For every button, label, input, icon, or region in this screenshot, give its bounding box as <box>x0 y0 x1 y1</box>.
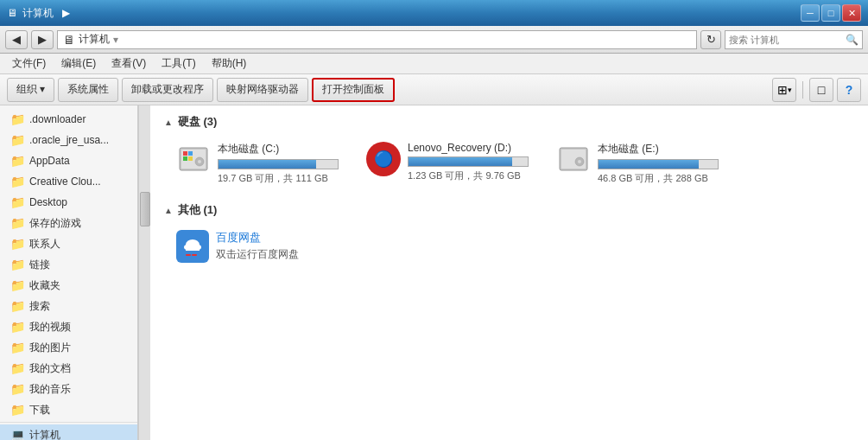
address-bar: ◀ ▶ 🖥 计算机 ▾ ↻ 🔍 <box>0 26 868 54</box>
sidebar-item-desktop[interactable]: 📁 Desktop <box>0 192 137 213</box>
drive-e-size: 46.8 GB 可用，共 288 GB <box>598 172 722 185</box>
drive-d[interactable]: 🔵 Lenovo_Recovery (D:) 1.23 GB 可用，共 9.76… <box>363 138 535 188</box>
sidebar-item-computer[interactable]: 💻 计算机 <box>0 424 137 440</box>
maximize-button[interactable]: □ <box>821 4 840 22</box>
menu-help[interactable]: 帮助(H) <box>205 54 254 73</box>
content-area: ▲ 硬盘 (3) <box>150 105 868 440</box>
view-toggle-icon: ⊞ <box>777 83 788 97</box>
preview-button[interactable]: □ <box>809 78 833 102</box>
sidebar-item-savedgames[interactable]: 📁 保存的游戏 <box>0 213 137 233</box>
view-toggle-button[interactable]: ⊞ ▾ <box>772 78 796 102</box>
sidebar-item-oracle[interactable]: 📁 .oracle_jre_usa... <box>0 130 137 150</box>
folder-icon: 📁 <box>10 299 25 313</box>
svg-rect-18 <box>192 254 197 256</box>
sidebar-item-links[interactable]: 📁 链接 <box>0 254 137 275</box>
organize-label: 组织 ▾ <box>16 82 45 97</box>
minimize-button[interactable]: ─ <box>801 4 820 22</box>
folder-icon: 📁 <box>10 195 25 209</box>
title-separator: ▶ <box>62 7 70 19</box>
system-props-button[interactable]: 系统属性 <box>58 78 118 102</box>
folder-icon: 📁 <box>10 112 25 126</box>
folder-icon: 📁 <box>10 258 25 271</box>
refresh-button[interactable]: ↻ <box>700 30 721 49</box>
drive-c-size: 19.7 GB 可用，共 111 GB <box>218 172 342 185</box>
sidebar-item-pictures[interactable]: 📁 我的图片 <box>0 337 137 358</box>
drive-c-name: 本地磁盘 (C:) <box>218 142 342 156</box>
sidebar-item-videos[interactable]: 📁 我的视频 <box>0 316 137 337</box>
baidu-icon <box>176 230 209 263</box>
folder-icon: 📁 <box>10 320 25 334</box>
close-button[interactable]: ✕ <box>842 4 861 22</box>
toolbar: 组织 ▾ 系统属性 卸载或更改程序 映射网络驱动器 打开控制面板 ⊞ ▾ □ ? <box>0 74 868 105</box>
sidebar-item-contacts[interactable]: 📁 联系人 <box>0 233 137 254</box>
menu-file[interactable]: 文件(F) <box>5 54 53 73</box>
title-bar-controls: ─ □ ✕ <box>801 4 861 22</box>
svg-rect-3 <box>188 151 193 156</box>
menu-tools[interactable]: 工具(T) <box>155 54 202 73</box>
svg-point-7 <box>198 160 201 163</box>
sidebar-item-label: 我的文档 <box>29 361 71 376</box>
drive-d-bar-container <box>408 156 529 167</box>
svg-rect-5 <box>188 156 193 161</box>
hard-disk-section-title: 硬盘 (3) <box>178 114 218 130</box>
forward-button[interactable]: ▶ <box>31 30 54 49</box>
sidebar-item-music[interactable]: 📁 我的音乐 <box>0 379 137 399</box>
sidebar-item-label: 我的视频 <box>29 320 71 335</box>
toolbar-separator <box>802 81 803 99</box>
drive-d-size: 1.23 GB 可用，共 9.76 GB <box>408 169 532 182</box>
sidebar-item-label: 我的音乐 <box>29 382 71 397</box>
drive-d-name: Lenovo_Recovery (D:) <box>408 142 532 154</box>
sidebar: 📁 .downloader 📁 .oracle_jre_usa... 📁 App… <box>0 105 138 440</box>
hard-disk-section-header: ▲ 硬盘 (3) <box>164 114 854 130</box>
map-network-button[interactable]: 映射网络驱动器 <box>217 78 308 102</box>
back-button[interactable]: ◀ <box>5 30 28 49</box>
help-icon: ? <box>846 83 853 97</box>
menu-edit[interactable]: 编辑(E) <box>54 54 103 73</box>
search-box[interactable]: 🔍 <box>725 30 863 49</box>
drive-e[interactable]: 本地磁盘 (E:) 46.8 GB 可用，共 288 GB <box>553 138 725 188</box>
address-input[interactable]: 🖥 计算机 ▾ <box>57 30 697 49</box>
baidu-pan-item[interactable]: 百度网盘 双击运行百度网盘 <box>164 226 854 266</box>
main-area: 📁 .downloader 📁 .oracle_jre_usa... 📁 App… <box>0 105 868 440</box>
drive-e-bar-container <box>598 159 719 169</box>
triangle-icon: ▲ <box>164 118 173 127</box>
title-bar: 🖥 计算机 ▶ ─ □ ✕ <box>0 0 868 26</box>
organize-button[interactable]: 组织 ▾ <box>7 78 54 102</box>
sidebar-item-label: 搜索 <box>29 299 50 314</box>
sidebar-item-label: Creative Clou... <box>29 175 101 188</box>
drive-e-icon <box>556 142 591 176</box>
sidebar-item-label: Desktop <box>29 196 67 208</box>
sidebar-item-creative[interactable]: 📁 Creative Clou... <box>0 171 137 192</box>
drive-d-info: Lenovo_Recovery (D:) 1.23 GB 可用，共 9.76 G… <box>408 142 532 182</box>
uninstall-button[interactable]: 卸载或更改程序 <box>122 78 213 102</box>
svg-point-11 <box>578 160 581 163</box>
search-input[interactable] <box>729 35 842 45</box>
sidebar-scrollbar[interactable] <box>138 105 150 440</box>
sidebar-item-search[interactable]: 📁 搜索 <box>0 296 137 316</box>
drive-d-icon: 🔵 <box>366 142 401 176</box>
drive-e-bar-fill <box>599 160 699 169</box>
folder-icon: 📁 <box>10 216 25 230</box>
sidebar-item-appdata[interactable]: 📁 AppData <box>0 150 137 171</box>
help-button[interactable]: ? <box>837 78 861 102</box>
sidebar-item-label: AppData <box>29 155 70 167</box>
sidebar-item-favorites[interactable]: 📁 收藏夹 <box>0 275 137 296</box>
sidebar-item-downloader[interactable]: 📁 .downloader <box>0 109 137 130</box>
sidebar-item-downloads[interactable]: 📁 下载 <box>0 399 137 420</box>
drive-c-bar-fill <box>219 160 316 169</box>
scroll-thumb[interactable] <box>140 192 150 226</box>
sidebar-item-label: 下载 <box>29 403 50 418</box>
svg-rect-2 <box>183 151 187 156</box>
menu-view[interactable]: 查看(V) <box>105 54 153 73</box>
drive-d-bar-fill <box>409 157 512 166</box>
drive-e-name: 本地磁盘 (E:) <box>598 142 722 156</box>
other-triangle-icon: ▲ <box>164 206 173 215</box>
sidebar-item-label: 链接 <box>29 258 50 272</box>
open-control-panel-button[interactable]: 打开控制面板 <box>312 78 395 102</box>
sidebar-item-label: .downloader <box>29 113 86 125</box>
baidu-description: 双击运行百度网盘 <box>216 247 299 262</box>
sidebar-item-label: 收藏夹 <box>29 278 60 293</box>
sidebar-item-documents[interactable]: 📁 我的文档 <box>0 358 137 379</box>
menu-bar: 文件(F) 编辑(E) 查看(V) 工具(T) 帮助(H) <box>0 54 868 74</box>
drive-c[interactable]: 本地磁盘 (C:) 19.7 GB 可用，共 111 GB <box>173 138 345 188</box>
